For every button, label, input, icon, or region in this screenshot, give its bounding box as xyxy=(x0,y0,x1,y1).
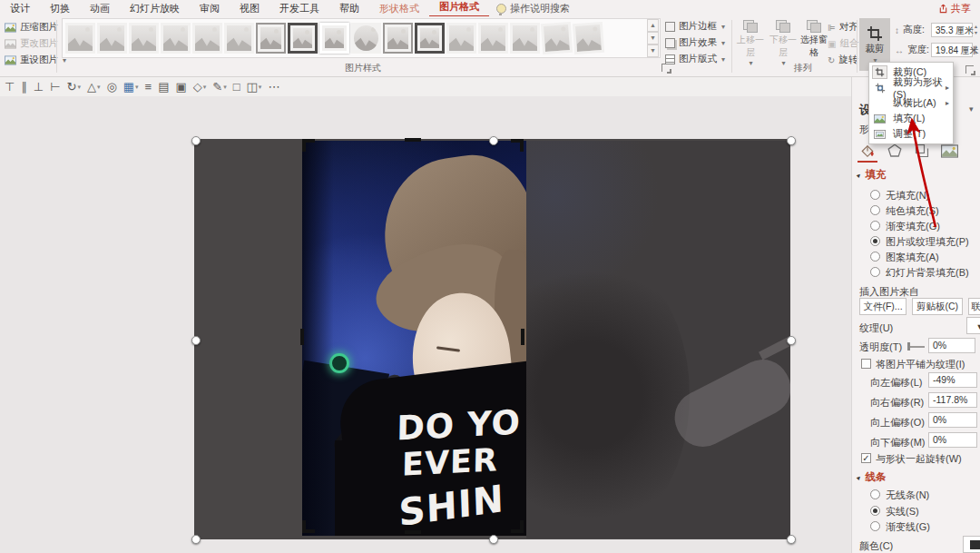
radio-no-fill[interactable] xyxy=(870,190,880,200)
frame-icon[interactable]: □ xyxy=(233,80,240,94)
line-color-button[interactable]: ▾ xyxy=(963,536,980,553)
radio-slide-background-fill[interactable] xyxy=(870,267,880,277)
picture-style-thumbnail[interactable] xyxy=(351,23,381,54)
radio-label[interactable]: 幻灯片背景填充(B) xyxy=(886,266,969,280)
compress-picture-button[interactable]: 压缩图片 xyxy=(5,21,58,34)
tab-design[interactable]: 设计 xyxy=(0,0,40,16)
gallery-scroll-up-icon[interactable]: ▲ xyxy=(647,19,659,32)
radio-no-line[interactable] xyxy=(870,489,880,499)
picture-style-thumbnail[interactable] xyxy=(288,23,318,54)
offset-right-input[interactable]: -117.8% xyxy=(928,392,977,408)
radio-pattern-fill[interactable] xyxy=(870,252,880,262)
offset-up-input[interactable]: 0% xyxy=(928,412,977,428)
align-middle-icon[interactable]: ∥ xyxy=(21,80,27,94)
radio-label[interactable]: 无填充(N) xyxy=(886,189,929,202)
offset-left-input[interactable]: -49% xyxy=(928,372,977,388)
more-tools-icon[interactable]: ⋯ xyxy=(268,80,279,94)
effects-icon[interactable]: ◎ xyxy=(106,80,116,94)
picture-style-thumbnail[interactable] xyxy=(510,23,540,54)
width-spinner[interactable]: ▴▾ xyxy=(972,44,980,56)
height-spinner[interactable]: ▴▾ xyxy=(972,24,980,36)
tab-view[interactable]: 视图 xyxy=(230,0,270,16)
copy-style-icon[interactable]: ▤ xyxy=(158,80,169,94)
menu-item-aspect-ratio[interactable]: 纵横比(A) ▸ xyxy=(869,95,953,111)
checkbox-label[interactable]: 与形状一起旋转(W) xyxy=(876,452,962,466)
picture-style-thumbnail[interactable] xyxy=(541,22,573,54)
tell-me-search[interactable]: 操作说明搜索 xyxy=(496,2,570,15)
transparency-input[interactable]: 0% xyxy=(928,338,975,353)
slide-shape[interactable]: DO YO EVER SHIN xyxy=(194,139,790,539)
share-button[interactable]: 共享 xyxy=(938,0,971,16)
fill-color-icon[interactable]: ✎▾ xyxy=(212,80,226,94)
fill-section-header[interactable]: ▴ 填充 xyxy=(858,168,887,182)
crop-handle-top[interactable] xyxy=(405,138,421,142)
tab-slideshow[interactable]: 幻灯片放映 xyxy=(120,0,190,16)
insert-clipboard-button[interactable]: 剪贴板(C) xyxy=(912,298,963,315)
crop-handle-right[interactable] xyxy=(521,329,524,345)
crop-handle-bottom[interactable] xyxy=(405,530,421,534)
radio-picture-texture-fill[interactable] xyxy=(870,236,880,246)
offset-down-input[interactable]: 0% xyxy=(928,432,977,448)
texture-dropdown[interactable]: ▾ xyxy=(966,317,980,334)
radio-gradient-line[interactable] xyxy=(870,521,880,531)
picture-style-thumbnail[interactable] xyxy=(383,23,413,54)
selection-handle[interactable] xyxy=(489,535,498,544)
tab-review[interactable]: 审阅 xyxy=(190,0,230,16)
radio-label[interactable]: 无线条(N) xyxy=(886,489,929,502)
radio-solid-fill[interactable] xyxy=(870,205,880,215)
picture-style-thumbnail[interactable] xyxy=(319,23,349,54)
radio-label[interactable]: 图片或纹理填充(P) xyxy=(886,235,969,249)
selection-handle[interactable] xyxy=(787,336,796,345)
transparency-slider-thumb[interactable] xyxy=(907,342,910,351)
picture-effects-button[interactable]: 图片效果 ▾ xyxy=(665,36,725,49)
gallery-scroll-down-icon[interactable]: ▼ xyxy=(647,32,659,44)
radio-gradient-fill[interactable] xyxy=(870,221,880,231)
tab-picture-format[interactable]: 图片格式 xyxy=(429,0,489,17)
picture-style-thumbnail[interactable] xyxy=(478,23,508,54)
picture-style-thumbnail[interactable] xyxy=(129,23,159,54)
align-top-icon[interactable]: ⊤ xyxy=(5,80,15,94)
selection-pane-button[interactable]: 选择窗格 xyxy=(799,20,829,59)
crop-handle-left[interactable] xyxy=(300,329,304,345)
radio-label[interactable]: 实线(S) xyxy=(886,505,919,518)
checkbox-label[interactable]: 将图片平铺为纹理(I) xyxy=(876,358,965,371)
rotate-with-shape-checkbox[interactable]: ✓ xyxy=(861,453,871,463)
tab-animations[interactable]: 动画 xyxy=(80,0,120,16)
window-icon[interactable]: ◫▾ xyxy=(247,80,262,94)
picture-style-thumbnail[interactable] xyxy=(415,23,445,54)
theme-colors-icon[interactable]: ▦▾ xyxy=(123,80,139,94)
crop-handle-top-right[interactable] xyxy=(511,139,524,152)
insert-online-button[interactable]: 联机(E)... xyxy=(968,298,980,315)
selection-handle[interactable] xyxy=(787,535,796,544)
radio-label[interactable]: 渐变线(G) xyxy=(886,520,930,534)
selection-handle[interactable] xyxy=(787,136,796,145)
insert-picture-icon[interactable]: ▣ xyxy=(175,80,186,94)
combine-shapes-icon[interactable]: ◇▾ xyxy=(193,80,207,94)
radio-solid-line[interactable] xyxy=(870,506,880,516)
radio-label[interactable]: 纯色填充(S) xyxy=(886,204,939,218)
picture-style-thumbnail[interactable] xyxy=(573,22,604,54)
width-input[interactable]: 19.84 厘米 xyxy=(931,43,973,57)
panel-collapse-icon[interactable]: ▾ xyxy=(969,104,974,114)
picture-style-thumbnail[interactable] xyxy=(192,23,222,54)
insert-file-button[interactable]: 文件(F)... xyxy=(859,298,906,315)
tab-shape-format[interactable]: 形状格式 xyxy=(369,0,429,16)
selection-handle[interactable] xyxy=(191,535,201,544)
picture-style-thumbnail[interactable] xyxy=(161,23,191,54)
gallery-more-icon[interactable]: ▼ xyxy=(647,44,659,57)
slide-canvas[interactable]: DO YO EVER SHIN xyxy=(0,96,851,553)
menu-item-fill[interactable]: 填充(L) xyxy=(869,111,953,126)
selection-handle[interactable] xyxy=(191,136,201,145)
crop-handle-bottom-right[interactable] xyxy=(511,520,524,533)
picture-style-thumbnail[interactable] xyxy=(65,23,95,54)
crop-handle-bottom-left[interactable] xyxy=(302,520,315,533)
selection-handle[interactable] xyxy=(191,336,201,345)
picture-style-thumbnail[interactable] xyxy=(97,23,127,54)
menu-item-crop-to-shape[interactable]: 裁剪为形状(S) ▸ xyxy=(869,80,953,95)
radio-label[interactable]: 图案填充(A) xyxy=(886,251,939,264)
rotate-icon[interactable]: ↻▾ xyxy=(66,80,80,94)
align-bottom-icon[interactable]: ⊥ xyxy=(34,80,44,94)
radio-label[interactable]: 渐变填充(G) xyxy=(886,220,940,233)
size-dialog-launcher-icon[interactable] xyxy=(965,65,974,74)
menu-item-fit[interactable]: 调整(T) xyxy=(869,126,953,142)
